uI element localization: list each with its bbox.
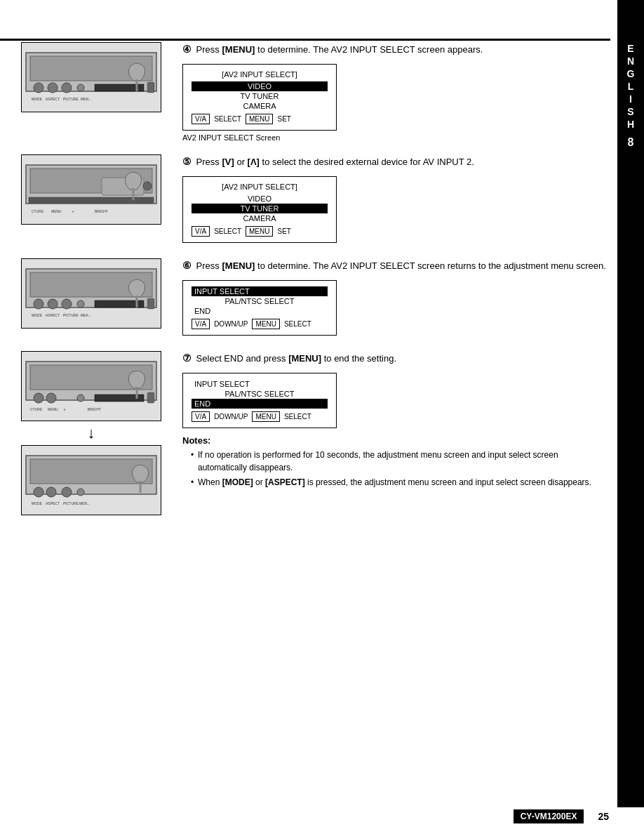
screen-item-inputselect-1: INPUT SELECT <box>192 286 328 296</box>
svg-text:MENU: MENU <box>48 407 58 411</box>
svg-text:BRIGHT: BRIGHT <box>88 407 101 411</box>
av2-input-select-screen-2: [AV2 INPUT SELECT] VIDEO TV TUNER CAMERA… <box>182 176 337 243</box>
svg-text:v: v <box>64 407 66 411</box>
svg-point-4 <box>62 83 72 93</box>
svg-text:MEN...: MEN... <box>79 501 90 505</box>
model-number: CY-VM1200EX <box>514 809 584 823</box>
step-7-content: ⑦ Select END and press [MENU] to end the… <box>182 351 609 491</box>
notes-section: Notes: If no operation is performed for … <box>182 435 609 489</box>
step-6-section: MODE ASPECT PICTURE MEA... ⑥ Press [MENU… <box>21 258 609 338</box>
menu-button-2: MENU <box>246 226 273 237</box>
screen-title-1: [AV2 INPUT SELECT] <box>192 70 328 79</box>
svg-text:MODE: MODE <box>32 313 43 317</box>
screen-controls-1: V/A SELECT MENU SET <box>192 114 328 124</box>
svg-point-40 <box>77 395 84 402</box>
step-6-text: ⑥ Press [MENU] to determine. The AV2 INP… <box>182 258 609 273</box>
language-label: E N G L I S H <box>627 42 635 131</box>
down-arrow: ↓ <box>21 424 161 442</box>
note-item-1: If no operation is performed for 10 seco… <box>191 449 609 474</box>
va-button-4: V/A <box>192 411 210 422</box>
screen-item-camera-1: CAMERA <box>192 101 328 111</box>
downup-label-1: DOWN/UP <box>214 320 248 328</box>
screen-item-palntsc-1: PAL/NTSC SELECT <box>192 296 328 306</box>
device-image-1: MODE ASPECT PICTURE MEN... <box>21 42 161 112</box>
screen-controls-4: V/A DOWN/UP MENU SELECT <box>192 411 328 422</box>
svg-text:PICTURE: PICTURE <box>63 501 79 505</box>
screen-item-end-1: END <box>192 306 328 316</box>
svg-text:ASPECT: ASPECT <box>46 313 60 317</box>
step-6-content: ⑥ Press [MENU] to determine. The AV2 INP… <box>182 258 609 338</box>
svg-point-5 <box>77 84 84 91</box>
svg-point-53 <box>77 489 84 496</box>
svg-point-25 <box>34 299 43 309</box>
screen-caption-1: AV2 INPUT SELECT Screen <box>182 133 609 142</box>
select-label-2: SELECT <box>214 227 241 235</box>
svg-text:CTURE: CTURE <box>30 407 43 411</box>
device-image-3: MODE ASPECT PICTURE MEA... <box>21 258 161 329</box>
svg-text:PICTURE: PICTURE <box>63 97 79 101</box>
step-7-section: CTURE MENU v BRIGHT ↓ MODE <box>21 351 609 515</box>
svg-text:MENU: MENU <box>51 209 62 213</box>
screen-title-2: [AV2 INPUT SELECT] <box>192 183 328 191</box>
downup-label-2: DOWN/UP <box>214 413 248 421</box>
svg-point-21 <box>143 182 152 190</box>
select-label-4: SELECT <box>284 413 311 421</box>
menu-button-1: MENU <box>246 114 273 124</box>
va-button-3: V/A <box>192 319 210 329</box>
svg-rect-30 <box>147 298 154 309</box>
input-select-screen-1: INPUT SELECT PAL/NTSC SELECT END V/A DOW… <box>182 280 337 336</box>
screen-item-video-2: VIDEO <box>192 194 328 204</box>
svg-text:BRIGHT: BRIGHT <box>95 209 108 213</box>
step-5-content: ⑤ Press [V] or [Λ] to select the desired… <box>182 154 609 246</box>
screen-item-inputselect-2: INPUT SELECT <box>192 379 328 389</box>
set-label-1: SET <box>277 115 290 123</box>
menu-button-4: MENU <box>252 411 279 422</box>
main-content: MODE ASPECT PICTURE MEN... ④ Press [MENU… <box>21 42 609 806</box>
svg-point-27 <box>62 299 72 309</box>
svg-text:CTURE: CTURE <box>32 209 44 213</box>
svg-text:MODE: MODE <box>32 97 43 101</box>
screen-item-end-2: END <box>192 399 328 409</box>
device-image-5: MODE ASPECT PICTURE MEN... <box>21 445 161 515</box>
menu-button-3: MENU <box>252 319 279 329</box>
svg-text:ASPECT: ASPECT <box>46 97 60 101</box>
va-button-2: V/A <box>192 226 210 237</box>
svg-rect-19 <box>29 197 154 203</box>
step-4-section: MODE ASPECT PICTURE MEN... ④ Press [MENU… <box>21 42 609 142</box>
svg-text:PICTURE: PICTURE <box>63 313 79 317</box>
svg-rect-42 <box>147 392 154 403</box>
svg-rect-7 <box>147 82 154 93</box>
set-label-2: SET <box>277 227 290 235</box>
svg-text:MODE: MODE <box>32 501 43 505</box>
svg-point-26 <box>48 299 58 309</box>
step-5-section: CTURE MENU v BRIGHT ⑤ Press [V] or [Λ] t… <box>21 154 609 246</box>
step-4-content: ④ Press [MENU] to determine. The AV2 INP… <box>182 42 609 142</box>
step-4-text: ④ Press [MENU] to determine. The AV2 INP… <box>182 42 609 57</box>
screen-item-video-1: VIDEO <box>192 81 328 91</box>
svg-text:MEA...: MEA... <box>81 313 91 317</box>
svg-text:v: v <box>72 209 74 213</box>
svg-point-50 <box>34 487 43 497</box>
screen-item-palntsc-2: PAL/NTSC SELECT <box>192 389 328 399</box>
step-5-text: ⑤ Press [V] or [Λ] to select the desired… <box>182 154 609 169</box>
svg-point-38 <box>34 393 43 403</box>
svg-point-28 <box>77 300 84 307</box>
svg-point-3 <box>48 83 58 93</box>
svg-text:ASPECT: ASPECT <box>46 501 60 505</box>
svg-point-2 <box>34 83 43 93</box>
select-label-1: SELECT <box>214 115 241 123</box>
step-7-devices: CTURE MENU v BRIGHT ↓ MODE <box>21 351 161 515</box>
device-image-2: CTURE MENU v BRIGHT <box>21 154 161 225</box>
screen-item-tvtuner-1: TV TUNER <box>192 91 328 101</box>
page-number: 25 <box>598 811 609 822</box>
svg-point-39 <box>46 393 56 403</box>
screen-controls-3: V/A DOWN/UP MENU SELECT <box>192 319 328 329</box>
svg-text:MEN...: MEN... <box>81 97 91 101</box>
screen-item-camera-2: CAMERA <box>192 213 328 223</box>
screen-controls-2: V/A SELECT MENU SET <box>192 226 328 237</box>
language-sidebar: E N G L I S H 8 <box>617 0 644 807</box>
select-label-3: SELECT <box>284 320 311 328</box>
notes-title: Notes: <box>182 435 609 446</box>
footer: CY-VM1200EX 25 <box>21 809 609 823</box>
va-button-1: V/A <box>192 114 210 124</box>
